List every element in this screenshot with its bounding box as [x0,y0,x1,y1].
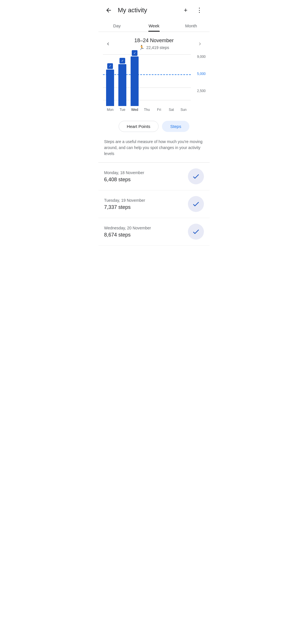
day-check-monday [188,168,204,184]
y-label-5000: 5,000 [197,72,206,76]
tab-day[interactable]: Day [98,19,135,32]
steps-icon: 🏃 [139,45,145,50]
bar-thu: Thu [141,55,153,106]
bar-fri: Fri [153,55,165,106]
day-info-tuesday: Tuesday, 19 November 7,337 steps [104,198,145,210]
next-week-button[interactable] [195,39,205,49]
day-steps-tuesday: 7,337 steps [104,204,145,210]
steps-button[interactable]: Steps [162,121,189,132]
bar-fri-label: Fri [157,108,161,112]
day-info-wednesday: Wednesday, 20 November 8,674 steps [104,226,151,238]
bar-sat: Sat [165,55,177,106]
bar-thu-label: Thu [144,108,150,112]
day-date-tuesday: Tuesday, 19 November [104,198,145,203]
bar-wed-check: ✓ [132,50,137,56]
steps-description: Steps are a useful measure of how much y… [98,136,210,163]
day-entry-wednesday: Wednesday, 20 November 8,674 steps [98,218,210,246]
tabs-bar: Day Week Month [98,19,210,32]
day-entries-list: Monday, 18 November 6,408 steps Tuesday,… [98,163,210,246]
bar-tue: ✓ Tue [116,55,129,106]
more-button[interactable]: ⋮ [194,5,205,16]
bar-wed-label: Wed [131,108,138,112]
header: My activity + ⋮ [98,0,210,18]
day-entry-monday: Monday, 18 November 6,408 steps [98,163,210,190]
bar-tue-check: ✓ [119,58,125,64]
bar-sat-label: Sat [169,108,174,112]
bar-wed: ✓ Wed [129,55,141,106]
page-title: My activity [118,7,177,14]
bar-mon-fill: ✓ [106,70,114,106]
day-date-monday: Monday, 18 November [104,170,144,175]
heart-points-button[interactable]: Heart Points [119,121,159,132]
day-date-wednesday: Wednesday, 20 November [104,226,151,230]
bar-mon: ✓ Mon [104,55,116,106]
bar-tue-label: Tue [119,108,125,112]
bar-tue-fill: ✓ [118,64,126,106]
day-steps-monday: 6,408 steps [104,177,144,183]
bar-wed-fill: ✓ [131,56,139,106]
bar-sun: Sun [177,55,190,106]
week-steps: 🏃 22,419 steps [134,45,174,50]
week-steps-count: 22,419 steps [146,45,169,50]
week-nav: 18–24 November 🏃 22,419 steps [98,32,210,52]
back-button[interactable] [103,5,114,16]
header-actions: + ⋮ [180,5,205,16]
day-check-wednesday [188,224,204,240]
week-info: 18–24 November 🏃 22,419 steps [134,38,174,50]
chart-bars: ✓ Mon ✓ Tue ✓ Wed Thu [103,55,191,106]
bar-sun-label: Sun [181,108,187,112]
y-label-2500: 2,500 [197,89,206,93]
tab-month[interactable]: Month [173,19,210,32]
metric-toggle: Heart Points Steps [98,112,210,136]
y-label-9000: 9,000 [197,55,206,59]
prev-week-button[interactable] [103,39,113,49]
day-steps-wednesday: 8,674 steps [104,232,151,238]
tab-week[interactable]: Week [135,19,173,32]
week-range: 18–24 November [134,38,174,44]
bar-mon-label: Mon [107,108,114,112]
day-info-monday: Monday, 18 November 6,408 steps [104,170,144,183]
bar-mon-check: ✓ [107,63,113,69]
day-entry-tuesday: Tuesday, 19 November 7,337 steps [98,190,210,218]
day-check-tuesday [188,196,204,212]
steps-chart: ✓ Mon ✓ Tue ✓ Wed Thu [98,52,210,112]
chart-area: ✓ Mon ✓ Tue ✓ Wed Thu [103,55,191,112]
add-button[interactable]: + [180,5,191,16]
